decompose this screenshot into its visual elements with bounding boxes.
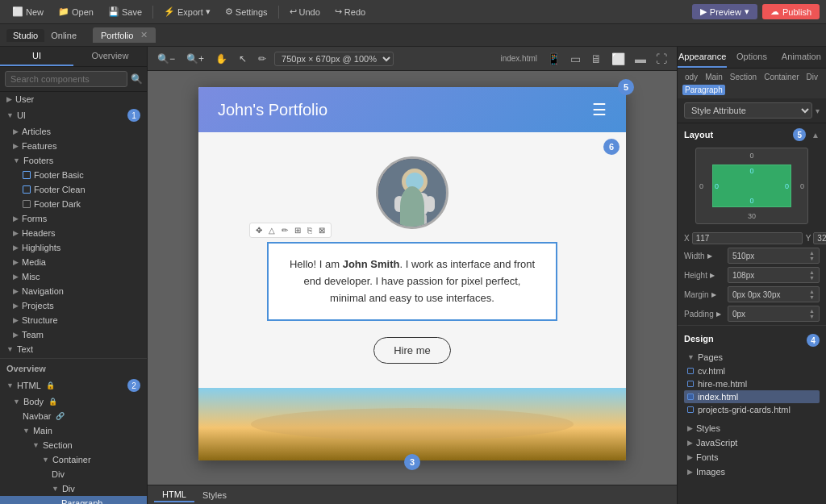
tree-item-div1[interactable]: Div: [0, 467, 147, 481]
sidebar-item-articles[interactable]: ▶ Articles: [0, 124, 147, 139]
triangle-icon: ▼: [687, 353, 695, 361]
width-stepper[interactable]: ▲ ▼: [809, 250, 815, 261]
tablet-btn[interactable]: ▭: [567, 51, 584, 67]
javascript-toggle[interactable]: ▶ JavaScript: [678, 435, 826, 450]
hire-button[interactable]: Hire me: [373, 337, 451, 364]
breadcrumb-div[interactable]: Div: [804, 72, 820, 82]
styles-toggle[interactable]: ▶ Styles: [678, 421, 826, 435]
sidebar-item-highlights[interactable]: ▶ Highlights: [0, 240, 147, 255]
style-attr-select[interactable]: Style Attribute: [684, 102, 812, 119]
collapse-btn[interactable]: 5 ▲: [793, 128, 820, 141]
publish-button[interactable]: ☁ Publish: [762, 4, 820, 19]
sidebar-item-footer-dark[interactable]: Footer Dark: [0, 197, 147, 211]
sel-crop[interactable]: ⊞: [292, 225, 303, 235]
margin-stepper[interactable]: ▲ ▼: [809, 289, 815, 300]
tab-animation[interactable]: Animation: [777, 47, 826, 68]
fullscreen-btn[interactable]: ⛶: [653, 51, 670, 67]
sidebar-tab-overview[interactable]: Overview: [73, 47, 147, 66]
desktop-sm-btn[interactable]: 🖥: [587, 51, 605, 67]
tree-item-div2[interactable]: ▼ Div: [0, 481, 147, 496]
search-input[interactable]: [5, 71, 127, 87]
sidebar-item-headers[interactable]: ▶ Headers: [0, 226, 147, 240]
margin-value[interactable]: 0px 0px 30px ▲ ▼: [728, 286, 820, 302]
pages-toggle[interactable]: ▼ Pages: [678, 350, 826, 364]
new-button[interactable]: ⬜ New: [6, 5, 49, 19]
draw-btn[interactable]: ✏: [255, 52, 269, 66]
settings-button[interactable]: ⚙ Settings: [219, 5, 273, 19]
arrow-icon: ▼: [13, 156, 20, 165]
preview-button[interactable]: ▶ Preview ▾: [692, 4, 757, 19]
breadcrumb-body[interactable]: ody: [682, 72, 700, 82]
padding-value[interactable]: 0px ▲ ▼: [728, 306, 820, 322]
sidebar-item-forms[interactable]: ▶ Forms: [0, 211, 147, 226]
sidebar-item-structure[interactable]: ▶ Structure: [0, 313, 147, 327]
sel-delete[interactable]: ⊠: [316, 225, 327, 235]
sidebar-item-navigation[interactable]: ▶ Navigation: [0, 284, 147, 298]
breadcrumb-section[interactable]: Section: [728, 72, 759, 82]
sel-edit[interactable]: ✏: [279, 225, 290, 235]
coord-x-input[interactable]: [692, 232, 803, 244]
height-value[interactable]: 108px ▲ ▼: [728, 267, 820, 283]
desktop-md-btn[interactable]: ⬜: [608, 51, 628, 67]
sidebar-item-features[interactable]: ▶ Features: [0, 139, 147, 153]
sidebar-item-misc[interactable]: ▶ Misc: [0, 269, 147, 284]
page-projects[interactable]: projects-grid-cards.html: [684, 403, 820, 416]
tree-item-body[interactable]: ▼ Body 🔒: [0, 394, 147, 409]
sidebar-item-user[interactable]: ▶ User: [0, 92, 147, 106]
tab-appearance[interactable]: Appearance: [678, 47, 727, 68]
file-tab[interactable]: Portfolio ✕: [93, 27, 156, 43]
tree-item-container[interactable]: ▼ Container: [0, 452, 147, 467]
page-index[interactable]: index.html: [684, 390, 820, 403]
pan-btn[interactable]: ✋: [212, 52, 231, 66]
sel-move[interactable]: ✥: [253, 225, 265, 235]
html-tab[interactable]: HTML: [154, 488, 194, 502]
sel-up[interactable]: △: [266, 225, 277, 235]
export-button[interactable]: ⚡ Export ▾: [158, 5, 216, 19]
coord-y-input[interactable]: [813, 232, 826, 244]
save-button[interactable]: 💾 Save: [102, 5, 148, 19]
mobile-btn[interactable]: 📱: [544, 51, 564, 67]
tree-item-html[interactable]: ▼ HTML 🔒 2: [0, 377, 147, 394]
redo-button[interactable]: ↪ Redo: [329, 5, 371, 19]
sidebar-item-team[interactable]: ▶ Team: [0, 327, 147, 342]
zoom-out-btn[interactable]: 🔍−: [154, 52, 178, 66]
close-tab-icon[interactable]: ✕: [140, 30, 148, 40]
canvas-scroll[interactable]: John's Portfolio ☰ 6: [148, 71, 677, 485]
zoom-in-btn[interactable]: 🔍+: [183, 52, 207, 66]
images-toggle[interactable]: ▶ Images: [678, 464, 826, 479]
sel-copy[interactable]: ⎘: [305, 225, 315, 235]
hamburger-icon[interactable]: ☰: [592, 100, 607, 119]
tab-options[interactable]: Options: [727, 47, 776, 68]
sidebar-tab-ui[interactable]: UI: [0, 47, 73, 66]
tree-item-section[interactable]: ▼ Section: [0, 438, 147, 452]
page-cv[interactable]: cv.html: [684, 364, 820, 377]
breadcrumb-main[interactable]: Main: [703, 72, 725, 82]
styles-tab[interactable]: Styles: [194, 489, 235, 502]
sidebar-item-ui[interactable]: ▼ UI 1: [0, 106, 147, 124]
online-tab[interactable]: Online: [44, 29, 83, 42]
sidebar-item-footer-basic[interactable]: Footer Basic: [0, 168, 147, 182]
open-button[interactable]: 📁 Open: [52, 5, 99, 19]
tree-item-main[interactable]: ▼ Main: [0, 423, 147, 438]
studio-tab[interactable]: Studio: [6, 29, 44, 42]
height-stepper[interactable]: ▲ ▼: [809, 269, 815, 281]
arrow-icon: ▼: [6, 381, 14, 389]
sidebar-item-media[interactable]: ▶ Media: [0, 255, 147, 269]
width-value[interactable]: 510px ▲ ▼: [728, 248, 820, 264]
sidebar-item-projects[interactable]: ▶ Projects: [0, 298, 147, 313]
desktop-lg-btn[interactable]: ▬: [632, 51, 649, 67]
fonts-toggle[interactable]: ▶ Fonts: [678, 450, 826, 464]
viewport-select[interactable]: 750px × 670px @ 100%: [274, 52, 394, 66]
tree-item-paragraph[interactable]: Paragraph: [0, 496, 147, 504]
sidebar-item-text[interactable]: ▼ Text: [0, 342, 147, 356]
sidebar-item-footers[interactable]: ▼ Footers: [0, 153, 147, 168]
sidebar-item-footer-clean[interactable]: Footer Clean: [0, 182, 147, 197]
padding-stepper[interactable]: ▲ ▼: [809, 308, 815, 319]
badge-3: 3: [404, 454, 420, 470]
undo-button[interactable]: ↩ Undo: [284, 5, 326, 19]
breadcrumb-container[interactable]: Container: [761, 72, 801, 82]
select-btn[interactable]: ↖: [236, 52, 250, 66]
page-hire[interactable]: hire-me.html: [684, 377, 820, 390]
tree-item-navbar[interactable]: Navbar 🔗: [0, 409, 147, 423]
breadcrumb-paragraph[interactable]: Paragraph: [682, 85, 725, 95]
